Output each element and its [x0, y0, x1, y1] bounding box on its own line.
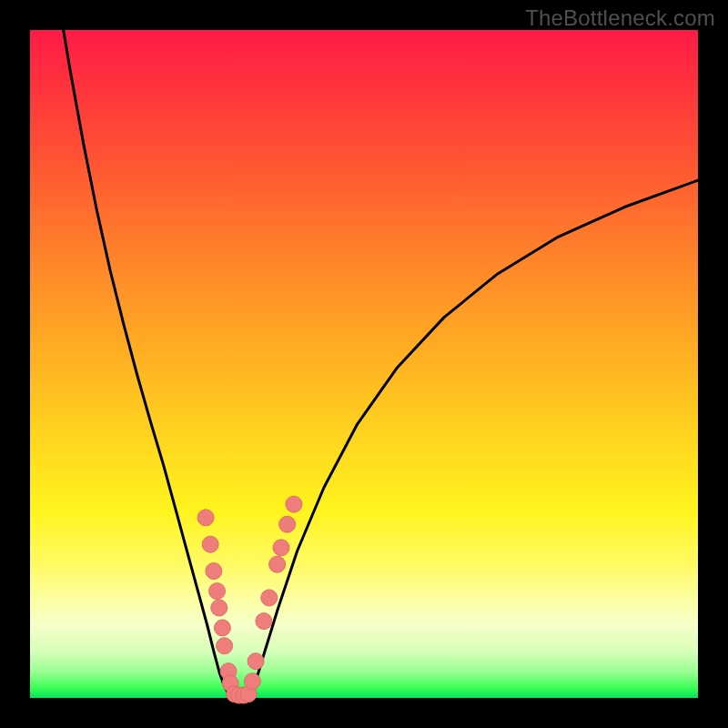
plot-area — [30, 30, 698, 698]
data-marker — [261, 590, 278, 606]
data-marker — [286, 496, 302, 512]
data-marker — [256, 613, 272, 630]
data-marker — [206, 563, 222, 580]
data-marker — [209, 583, 226, 600]
data-markers — [197, 496, 302, 703]
data-marker — [217, 638, 233, 654]
data-marker — [248, 653, 264, 670]
data-marker — [244, 673, 260, 690]
data-marker — [214, 620, 230, 636]
data-marker — [211, 600, 228, 616]
curve-path — [64, 30, 698, 698]
data-marker — [202, 536, 218, 552]
data-marker — [279, 516, 296, 532]
data-marker — [273, 540, 289, 556]
bottleneck-curve — [64, 30, 698, 698]
data-marker — [197, 510, 214, 526]
watermark-text: TheBottleneck.com — [525, 5, 715, 31]
chart-frame: TheBottleneck.com — [0, 0, 728, 728]
curve-layer — [30, 30, 698, 698]
data-marker — [269, 556, 286, 572]
